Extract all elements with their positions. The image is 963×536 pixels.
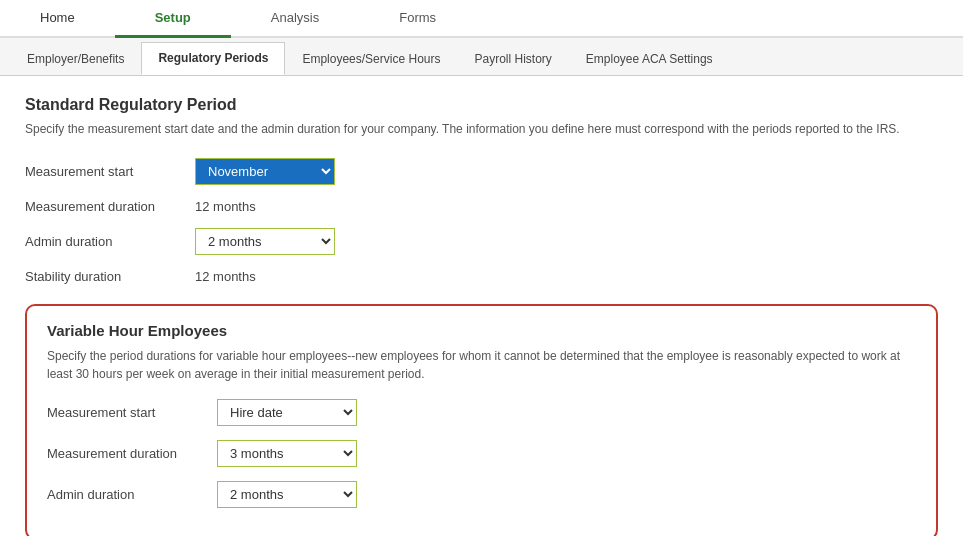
form-label: Measurement start — [47, 405, 217, 420]
form-label: Admin duration — [47, 487, 217, 502]
variable-fields: Measurement startHire dateJanuaryFebruar… — [47, 399, 916, 508]
sub-tab-employees-service-hours[interactable]: Employees/Service Hours — [285, 43, 457, 75]
top-nav-item-analysis[interactable]: Analysis — [231, 0, 359, 36]
sub-tab-employee-aca-settings[interactable]: Employee ACA Settings — [569, 43, 730, 75]
measurement-start-select[interactable]: JanuaryFebruaryMarchAprilMayJuneJulyAugu… — [195, 158, 335, 185]
variable-section-desc: Specify the period durations for variabl… — [47, 347, 916, 383]
variable-hour-section: Variable Hour Employees Specify the peri… — [25, 304, 938, 536]
form-row: Measurement startHire dateJanuaryFebruar… — [47, 399, 916, 426]
form-label: Admin duration — [25, 234, 195, 249]
sub-tab-regulatory-periods[interactable]: Regulatory Periods — [141, 42, 285, 75]
standard-section-title: Standard Regulatory Period — [25, 96, 938, 114]
form-row: Measurement duration1 month2 months3 mon… — [47, 440, 916, 467]
form-label: Measurement duration — [25, 199, 195, 214]
sub-tab-employer-benefits[interactable]: Employer/Benefits — [10, 43, 141, 75]
top-nav-item-forms[interactable]: Forms — [359, 0, 476, 36]
form-label: Stability duration — [25, 269, 195, 284]
main-content: Standard Regulatory Period Specify the m… — [0, 76, 963, 536]
form-label: Measurement duration — [47, 446, 217, 461]
form-row: Measurement duration12 months — [25, 199, 938, 214]
top-nav-item-setup[interactable]: Setup — [115, 0, 231, 38]
form-row: Admin duration1 month2 months3 months4 m… — [25, 228, 938, 255]
var-measurement-start-select[interactable]: Hire dateJanuaryFebruaryMarch — [217, 399, 357, 426]
sub-tabs: Employer/BenefitsRegulatory PeriodsEmplo… — [0, 38, 963, 76]
form-row: Admin duration1 month2 months3 months4 m… — [47, 481, 916, 508]
form-row: Measurement startJanuaryFebruaryMarchApr… — [25, 158, 938, 185]
var-measurement-duration-select[interactable]: 1 month2 months3 months4 months5 months6… — [217, 440, 357, 467]
stability-duration-value: 12 months — [195, 269, 256, 284]
top-nav: HomeSetupAnalysisForms — [0, 0, 963, 38]
measurement-duration-value: 12 months — [195, 199, 256, 214]
form-label: Measurement start — [25, 164, 195, 179]
var-admin-duration-select[interactable]: 1 month2 months3 months4 months5 months6… — [217, 481, 357, 508]
standard-section-desc: Specify the measurement start date and t… — [25, 120, 938, 138]
top-nav-item-home[interactable]: Home — [0, 0, 115, 36]
sub-tab-payroll-history[interactable]: Payroll History — [457, 43, 568, 75]
form-row: Stability duration12 months — [25, 269, 938, 284]
variable-section-title: Variable Hour Employees — [47, 322, 916, 339]
standard-fields: Measurement startJanuaryFebruaryMarchApr… — [25, 158, 938, 284]
admin-duration-select[interactable]: 1 month2 months3 months4 months5 months6… — [195, 228, 335, 255]
